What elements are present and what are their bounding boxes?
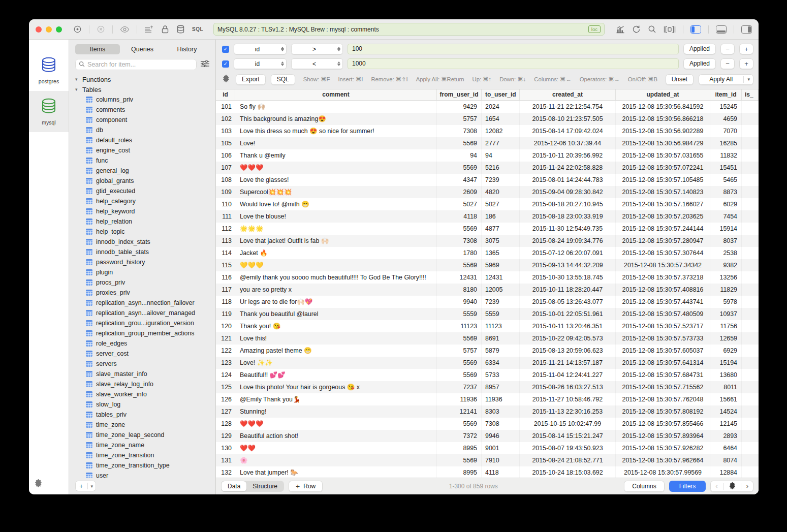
table-row[interactable]: 107❤️❤️❤️556952162015-11-24 22:02:58.828… [216, 162, 759, 174]
table-item-time_zone[interactable]: time_zone [75, 420, 215, 430]
add-row-button[interactable]: + Row [289, 481, 323, 492]
focus-mode-icon[interactable] [664, 25, 676, 34]
filter-options-icon[interactable] [201, 60, 209, 69]
table-row[interactable]: 106Thank u @emily94942015-10-11 20:39:56… [216, 149, 759, 162]
zoom-window-button[interactable] [56, 26, 62, 33]
table-row[interactable]: 115💛💛💛556959692015-09-13 14:44:32.209201… [216, 259, 759, 271]
next-page-icon[interactable]: › [741, 481, 753, 492]
table-row[interactable]: 125Love this photo! Your hair is gorgeou… [216, 381, 759, 393]
table-item-slave_relay_log_info[interactable]: slave_relay_log_info [75, 379, 215, 389]
table-item-func[interactable]: func [75, 155, 215, 166]
column-header-to_user_id[interactable]: to_user_id [482, 89, 520, 100]
connect-target-icon[interactable] [73, 25, 82, 34]
table-item-innodb_index_stats[interactable]: innodb_index_stats [75, 237, 215, 247]
table-row[interactable]: 103Love this dress so much 😍 so nice for… [216, 125, 759, 137]
table-row[interactable]: 111Love the blouse!41181862015-08-18 23:… [216, 210, 759, 223]
table-item-general_log[interactable]: general_log [75, 166, 215, 176]
column-header-id[interactable]: id [216, 89, 235, 100]
table-item-servers[interactable]: servers [75, 359, 215, 369]
column-header-created_at[interactable]: created_at [520, 89, 616, 100]
filter-applied-button[interactable]: Applied [683, 58, 716, 69]
table-row[interactable]: 109Supercool💥💥💥260948202015-09-04 09:28:… [216, 186, 759, 198]
table-item-help_keyword[interactable]: help_keyword [75, 206, 215, 216]
filter-column-select[interactable]: id [234, 58, 287, 69]
table-item-time_zone_transition_type[interactable]: time_zone_transition_type [75, 460, 215, 471]
table-item-columns_priv[interactable]: columns_priv [75, 95, 215, 105]
table-item-server_cost[interactable]: server_cost [75, 349, 215, 359]
toggle-left-panel-icon[interactable] [690, 25, 701, 34]
column-header-is_[interactable]: is_ [742, 89, 759, 100]
cancel-query-icon[interactable] [97, 25, 105, 34]
table-item-procs_priv[interactable]: procs_priv [75, 277, 215, 288]
columns-button[interactable]: Columns [624, 481, 664, 492]
sql-button[interactable]: SQL [271, 74, 295, 85]
table-row[interactable]: 116@emily thank you soooo much beautiful… [216, 271, 759, 284]
filters-button[interactable]: Filters [669, 481, 706, 492]
search-icon[interactable] [648, 25, 656, 34]
page-settings-gear-icon[interactable] [723, 481, 741, 492]
table-row[interactable]: 118Ur legs are to die for🙌🏻💖994072392015… [216, 296, 759, 308]
table-item-replication_asyn...nnection_failover[interactable]: replication_asyn...nnection_failover [75, 298, 215, 308]
table-item-help_category[interactable]: help_category [75, 196, 215, 206]
filter-value-input[interactable]: 1000 [348, 58, 679, 69]
table-row[interactable]: 126@Emily Thank you💃11936119362015-11-27… [216, 393, 759, 405]
table-item-password_history[interactable]: password_history [75, 257, 215, 267]
tree-section-tables[interactable]: ▾ Tables [75, 84, 215, 95]
tab-structure[interactable]: Structure [246, 481, 284, 491]
table-item-replication_asyn...ailover_managed[interactable]: replication_asyn...ailover_managed [75, 308, 215, 318]
settings-gear-icon[interactable] [34, 479, 42, 489]
filter-value-input[interactable]: 100 [348, 44, 679, 54]
table-row[interactable]: 122Amazing pastel theme 😁575758792015-08… [216, 345, 759, 357]
search-input[interactable]: Search for item... [75, 59, 197, 70]
table-item-user[interactable]: user [75, 471, 215, 478]
table-row[interactable]: 132Love that jumper! 🐎899541182015-10-24… [216, 466, 759, 478]
table-item-help_topic[interactable]: help_topic [75, 227, 215, 237]
database-icon[interactable] [176, 25, 185, 34]
pending-changes-icon[interactable] [144, 25, 154, 34]
table-row[interactable]: 108Love the glasses!434772392015-08-01 1… [216, 174, 759, 186]
table-row[interactable]: 128❤️❤️❤️556973082015-10-15 10:02:47.992… [216, 418, 759, 430]
table-row[interactable]: 113Love that jacket! Outfit is fab 🙌🏻730… [216, 235, 759, 247]
filter-remove-button[interactable]: − [720, 58, 735, 69]
table-item-innodb_table_stats[interactable]: innodb_table_stats [75, 247, 215, 257]
table-item-plugin[interactable]: plugin [75, 267, 215, 277]
table-item-default_roles[interactable]: default_roles [75, 135, 215, 145]
table-item-time_zone_transition[interactable]: time_zone_transition [75, 450, 215, 460]
tab-history[interactable]: History [165, 44, 209, 54]
table-row[interactable]: 130❤️❤️899590012015-08-07 19:43:50.92320… [216, 442, 759, 454]
export-button[interactable]: Export [236, 74, 266, 85]
table-row[interactable]: 102This background is amazing😍5757165420… [216, 113, 759, 125]
filter-enabled-checkbox[interactable]: ✓ [222, 46, 229, 53]
minimize-window-button[interactable] [46, 26, 52, 33]
table-item-tables_priv[interactable]: tables_priv [75, 410, 215, 420]
table-item-replication_grou...iguration_version[interactable]: replication_grou...iguration_version [75, 318, 215, 328]
tab-queries[interactable]: Queries [120, 44, 165, 54]
sql-editor-button[interactable]: SQL [192, 26, 203, 32]
column-header-item_id[interactable]: item_id [710, 89, 742, 100]
close-window-button[interactable] [36, 26, 42, 33]
unset-button[interactable]: Unset [666, 74, 694, 85]
tab-items[interactable]: Items [75, 44, 120, 54]
table-item-comments[interactable]: comments [75, 105, 215, 115]
tab-data[interactable]: Data [222, 481, 246, 491]
chart-icon[interactable] [616, 25, 625, 34]
table-item-role_edges[interactable]: role_edges [75, 338, 215, 349]
preview-eye-icon[interactable] [120, 26, 130, 33]
table-row[interactable]: 114Jacket 🔥178013652015-07-12 06:20:07.0… [216, 247, 759, 259]
table-item-slave_master_info[interactable]: slave_master_info [75, 369, 215, 379]
table-item-slow_log[interactable]: slow_log [75, 399, 215, 410]
table-row[interactable]: 127Stunning!1214183032015-11-13 22:30:16… [216, 405, 759, 418]
table-item-component[interactable]: component [75, 115, 215, 125]
lock-icon[interactable] [161, 25, 169, 34]
connection-postgres[interactable]: postgres [29, 50, 69, 91]
table-row[interactable]: 105Love!556927772015-12-06 10:37:39.4420… [216, 137, 759, 149]
table-row[interactable]: 119Thank you beautiful @laurel5559555920… [216, 308, 759, 320]
column-header-comment[interactable]: comment [235, 89, 437, 100]
table-row[interactable]: 112🌟🌟🌟556948772015-11-30 12:54:49.735201… [216, 223, 759, 235]
filter-add-button[interactable]: + [739, 44, 753, 54]
table-item-proxies_priv[interactable]: proxies_priv [75, 288, 215, 298]
connection-mysql[interactable]: mysql [29, 91, 69, 132]
table-row[interactable]: 110Would love to! @mith 😁502750272015-08… [216, 198, 759, 210]
tree-section-functions[interactable]: ▾ Functions [75, 74, 215, 84]
add-item-button[interactable]: + ▾ [75, 481, 96, 491]
